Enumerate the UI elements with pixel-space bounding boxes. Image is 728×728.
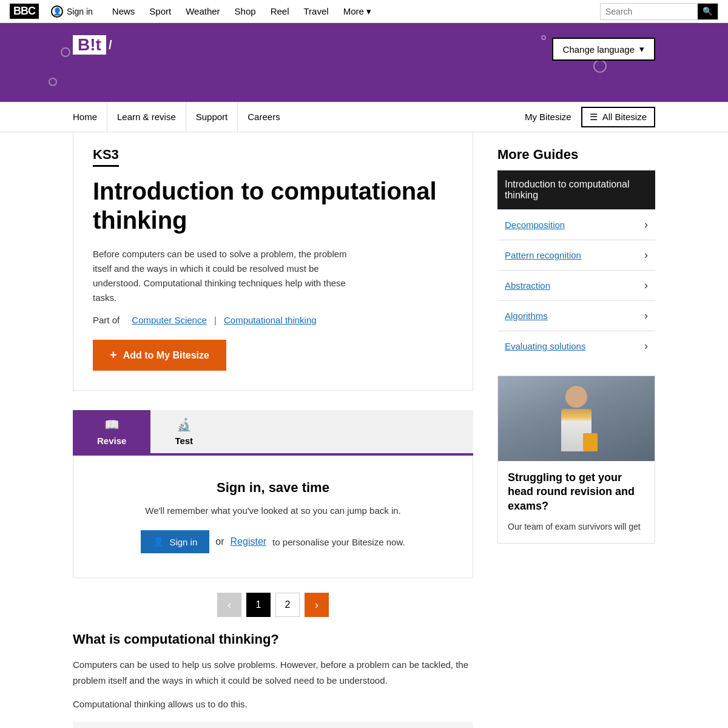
guide-item-pattern[interactable]: Pattern recognition › [497, 240, 655, 270]
sec-nav-careers[interactable]: Careers [238, 102, 289, 132]
article-header: KS3 Introduction to computational thinki… [73, 132, 473, 391]
sign-in-link[interactable]: 👤 Sign in [51, 5, 93, 18]
article-description: Before computers can be used to solve a … [93, 247, 348, 305]
deco-circle-5 [541, 35, 546, 40]
page-2-button[interactable]: 2 [275, 593, 300, 617]
chevron-right-icon: › [644, 249, 648, 261]
sec-nav-home[interactable]: Home [73, 102, 107, 132]
prev-page-button[interactable]: ‹ [217, 593, 241, 617]
search-input[interactable] [601, 4, 698, 19]
signin-box: Sign in, save time We'll remember what y… [73, 456, 473, 578]
guide-item-abstraction[interactable]: Abstraction › [497, 270, 655, 300]
all-bitesize-label: All Bitesize [602, 112, 647, 122]
register-link[interactable]: Register [231, 536, 267, 547]
sec-nav-learn[interactable]: Learn & revise [107, 102, 186, 132]
page-1-button[interactable]: 1 [246, 593, 271, 617]
breadcrumb-computational-thinking[interactable]: Computational thinking [224, 315, 317, 325]
nav-shop[interactable]: Shop [228, 0, 263, 23]
article-body: What is computational thinking? Computer… [73, 632, 473, 728]
all-bitesize-button[interactable]: ☰ All Bitesize [581, 107, 655, 127]
brand-header: B!t / Change language ▾ [0, 23, 728, 102]
menu-icon: ☰ [590, 112, 598, 123]
article-title: Introduction to computational thinking [93, 177, 453, 235]
promo-card-title: Struggling to get your head round revisi… [508, 471, 645, 513]
tab-revise-label: Revise [97, 436, 126, 446]
signin-button[interactable]: 👤 Sign in [141, 530, 209, 553]
tab-test[interactable]: 🔬 Test [150, 410, 217, 453]
search-box[interactable]: 🔍 [600, 3, 718, 20]
signin-row: 👤 Sign in or Register to personalise you… [98, 530, 448, 553]
chevron-down-icon: ▾ [366, 6, 371, 17]
breadcrumb-divider: | [214, 315, 217, 325]
guide-link-pattern[interactable]: Pattern recognition [505, 250, 581, 260]
active-guide-label: Introduction to computational thinking [505, 179, 648, 201]
user-icon: 👤 [51, 5, 63, 18]
chevron-right-icon: › [644, 340, 648, 352]
search-button[interactable]: 🔍 [698, 4, 718, 19]
deco-circle-2 [97, 35, 103, 41]
sec-nav-left: Home Learn & revise Support Careers [73, 102, 525, 132]
deco-circle-1 [61, 47, 70, 57]
nav-more[interactable]: More ▾ [336, 0, 379, 23]
guide-link-decomposition[interactable]: Decomposition [505, 220, 565, 230]
promo-image [498, 376, 655, 461]
nav-sport[interactable]: Sport [142, 0, 178, 23]
add-button-label: Add to My Bitesize [123, 350, 209, 361]
more-guides-title: More Guides [497, 147, 655, 170]
sec-nav-right: My Bitesize ☰ All Bitesize [525, 107, 655, 127]
promo-figure [561, 386, 592, 451]
signin-heading: Sign in, save time [98, 480, 448, 496]
chevron-right-icon: › [644, 279, 648, 292]
promo-card-body: Struggling to get your head round revisi… [498, 461, 655, 543]
nav-travel[interactable]: Travel [297, 0, 336, 23]
chevron-right-icon: › [644, 218, 648, 231]
my-bitesize-link[interactable]: My Bitesize [525, 112, 571, 122]
tab-spacer [217, 410, 473, 453]
deco-circle-3 [49, 78, 57, 86]
tabs-container: 📖 Revise 🔬 Test [73, 410, 473, 456]
figure-book [583, 433, 598, 451]
signin-btn-label: Sign in [169, 537, 197, 547]
nav-weather[interactable]: Weather [178, 0, 227, 23]
add-to-bitesize-button[interactable]: + Add to My Bitesize [93, 340, 226, 371]
content-area: KS3 Introduction to computational thinki… [73, 132, 473, 728]
main-nav-links: News Sport Weather Shop Reel Travel More… [105, 0, 600, 23]
sign-in-text: Sign in [67, 7, 93, 16]
body-para2: Computational thinking allows us to do t… [73, 696, 473, 712]
section-title: What is computational thinking? [73, 632, 473, 647]
signin-btn-icon: 👤 [153, 536, 164, 547]
guide-link-algorithms[interactable]: Algorithms [505, 311, 548, 321]
signin-subtext: We'll remember what you've looked at so … [98, 505, 448, 516]
chevron-down-icon-lang: ▾ [639, 44, 644, 55]
sidebar: More Guides Introduction to computationa… [497, 132, 655, 728]
nav-news[interactable]: News [105, 0, 143, 23]
change-language-button[interactable]: Change language ▾ [552, 38, 655, 61]
nav-reel[interactable]: Reel [263, 0, 297, 23]
tab-revise[interactable]: 📖 Revise [73, 410, 150, 453]
figure-body [561, 409, 592, 451]
tab-test-label: Test [175, 436, 193, 446]
breadcrumb-computer-science[interactable]: Computer Science [132, 315, 206, 325]
more-label: More [343, 6, 364, 16]
ks-label: KS3 [93, 147, 119, 167]
guide-item-evaluating[interactable]: Evaluating solutions › [497, 331, 655, 361]
chevron-right-icon: › [644, 309, 648, 322]
promo-card-text: Our team of exam survivors will get [508, 521, 645, 533]
deco-circle-4 [593, 59, 607, 73]
bitesize-logo-slash: / [109, 38, 112, 52]
guide-item-algorithms[interactable]: Algorithms › [497, 300, 655, 331]
next-page-button[interactable]: › [305, 593, 329, 617]
top-navigation: BBC 👤 Sign in News Sport Weather Shop Re… [0, 0, 728, 23]
guide-item-decomposition[interactable]: Decomposition › [497, 209, 655, 240]
test-icon: 🔬 [177, 417, 192, 432]
guide-link-evaluating[interactable]: Evaluating solutions [505, 341, 585, 351]
secondary-navigation: Home Learn & revise Support Careers My B… [0, 102, 728, 132]
bbc-logo[interactable]: BBC [10, 4, 39, 19]
promo-card[interactable]: Struggling to get your head round revisi… [497, 376, 655, 544]
sec-nav-support[interactable]: Support [186, 102, 238, 132]
search-icon: 🔍 [703, 7, 713, 16]
guide-link-abstraction[interactable]: Abstraction [505, 280, 550, 291]
guide-item-active[interactable]: Introduction to computational thinking [497, 170, 655, 209]
callout-box: Computational thinking allows us to take… [73, 722, 473, 729]
or-text: or [215, 536, 224, 547]
